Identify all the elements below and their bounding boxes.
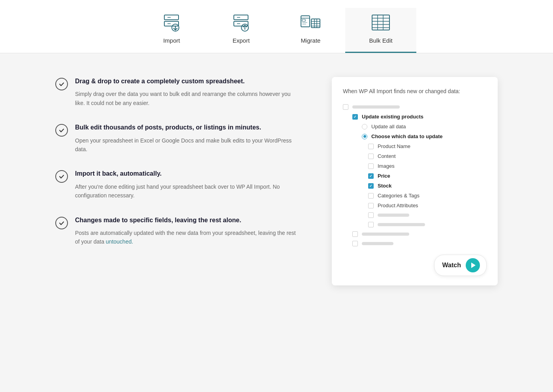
feature-body-1: Simply drag over the data you want to bu… [75, 90, 300, 107]
preview-row-categories: Categories & Tags [343, 191, 487, 201]
feature-text-1: Drag & drop to create a completely custo… [75, 77, 300, 107]
feature-item-4: Changes made to specific fields, leaving… [55, 216, 300, 246]
preview-row-bar-1 [343, 210, 487, 220]
preview-row-update-existing: Update existing products [343, 112, 487, 122]
feature-text-2: Bulk edit thousands of posts, products, … [75, 123, 300, 154]
label-price: Price [378, 173, 390, 179]
watch-button[interactable]: Watch [434, 255, 487, 276]
preview-checkbox-images[interactable] [368, 163, 374, 169]
svg-rect-16 [302, 24, 306, 24]
preview-row-product-name: Product Name [343, 141, 487, 151]
untouched-link: untouched. [106, 238, 133, 245]
check-icon-1 [55, 78, 68, 90]
tab-migrate[interactable]: Migrate [276, 8, 345, 53]
preview-row-attributes: Product Attributes [343, 201, 487, 210]
preview-row-choose-data: Choose which data to update [343, 131, 487, 141]
preview-checkbox-price[interactable] [368, 173, 374, 179]
feature-heading-4: Changes made to specific fields, leaving… [75, 216, 300, 225]
label-attributes: Product Attributes [378, 203, 418, 208]
preview-rows: Update existing products Update all data… [343, 102, 487, 248]
preview-row-bar-top [343, 102, 487, 112]
preview-title: When WP All Import finds new or changed … [343, 88, 487, 94]
feature-item-1: Drag & drop to create a completely custo… [55, 77, 300, 107]
preview-checkbox-content[interactable] [368, 154, 374, 159]
preview-row-bar-3 [343, 229, 487, 239]
feature-text-3: Import it back, automatically. After you… [75, 169, 300, 200]
svg-rect-15 [302, 22, 307, 23]
check-icon-2 [55, 124, 68, 137]
watch-btn-area: Watch [343, 255, 487, 276]
tab-migrate-label: Migrate [301, 37, 320, 44]
preview-checkbox-bar-1[interactable] [368, 212, 374, 218]
feature-heading-2: Bulk edit thousands of posts, products, … [75, 123, 300, 132]
preview-checkbox-stock[interactable] [368, 183, 374, 189]
preview-checkbox-bar-2[interactable] [368, 222, 374, 227]
label-categories: Categories & Tags [378, 193, 419, 199]
preview-checkbox-categories[interactable] [368, 193, 374, 199]
export-icon [230, 12, 252, 34]
preview-checkbox-bar-3[interactable] [352, 231, 358, 237]
tab-import[interactable]: Import [137, 8, 206, 53]
top-tabs: Import Export Migrate [0, 0, 553, 53]
bar-4 [362, 242, 393, 245]
label-update-all: Update all data [371, 124, 406, 129]
preview-radio-choose-data[interactable] [362, 134, 367, 139]
label-content: Content [378, 153, 396, 159]
bar-2 [378, 223, 425, 226]
tab-export-label: Export [233, 37, 250, 44]
preview-card: When WP All Import finds new or changed … [332, 77, 498, 285]
label-stock: Stock [378, 183, 391, 189]
svg-rect-1 [164, 21, 179, 26]
preview-checkbox-update-existing[interactable] [352, 114, 358, 120]
preview-checkbox-bar-4[interactable] [352, 241, 358, 246]
preview-radio-update-all[interactable] [362, 124, 367, 129]
feature-body-2: Open your spreadsheet in Excel or Google… [75, 136, 300, 154]
preview-row-images: Images [343, 161, 487, 171]
label-images: Images [378, 163, 395, 169]
preview-row-price: Price [343, 171, 487, 181]
preview-row-content: Content [343, 151, 487, 161]
label-choose-data: Choose which data to update [371, 133, 443, 139]
tab-bulk-edit-label: Bulk Edit [369, 37, 392, 44]
feature-item-3: Import it back, automatically. After you… [55, 169, 300, 200]
watch-label: Watch [442, 262, 461, 269]
feature-text-4: Changes made to specific fields, leaving… [75, 216, 300, 246]
label-product-name: Product Name [378, 143, 410, 149]
bar-top [352, 105, 400, 109]
play-circle [466, 258, 480, 272]
preview-checkbox-attributes[interactable] [368, 203, 374, 208]
svg-rect-6 [234, 15, 248, 20]
features-list: Drag & drop to create a completely custo… [55, 77, 300, 246]
import-icon [160, 12, 182, 34]
check-icon-3 [55, 170, 68, 183]
bulk-edit-icon [370, 12, 392, 34]
check-icon-4 [55, 217, 68, 229]
main-content: Drag & drop to create a completely custo… [40, 53, 514, 309]
preview-row-bar-4 [343, 239, 487, 248]
bar-3 [362, 233, 409, 236]
preview-row-bar-2 [343, 220, 487, 229]
svg-rect-7 [234, 21, 248, 26]
migrate-icon [299, 12, 322, 34]
preview-row-stock: Stock [343, 181, 487, 191]
tab-bulk-edit[interactable]: Bulk Edit [345, 8, 416, 53]
feature-heading-3: Import it back, automatically. [75, 169, 300, 178]
tab-import-label: Import [163, 37, 180, 44]
feature-heading-1: Drag & drop to create a completely custo… [75, 77, 300, 86]
svg-rect-14 [302, 19, 305, 21]
label-update-existing: Update existing products [362, 114, 423, 120]
feature-body-3: After you're done editing just hand your… [75, 182, 300, 200]
preview-checkbox-product-name[interactable] [368, 144, 374, 149]
bar-1 [378, 214, 409, 217]
preview-checkbox-bar-top[interactable] [343, 104, 348, 110]
feature-item-2: Bulk edit thousands of posts, products, … [55, 123, 300, 154]
preview-row-update-all: Update all data [343, 122, 487, 131]
play-triangle-icon [471, 263, 476, 268]
feature-body-4: Posts are automatically updated with the… [75, 229, 300, 246]
svg-rect-0 [164, 15, 179, 20]
tab-export[interactable]: Export [206, 8, 276, 53]
